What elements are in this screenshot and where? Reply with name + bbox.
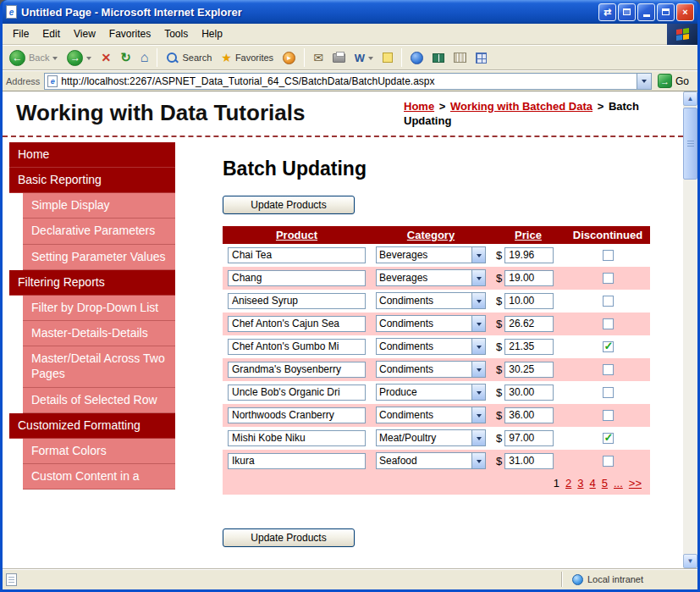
product-input[interactable] — [228, 385, 366, 401]
sidebar-item-filter-by-dropdown-list[interactable]: Filter by Drop-Down List — [23, 296, 175, 321]
column-header-product[interactable]: Product — [223, 229, 371, 241]
price-input[interactable] — [504, 362, 554, 378]
menu-view[interactable]: View — [67, 25, 102, 42]
favorites-button[interactable]: ★ Favorites — [218, 49, 277, 66]
breadcrumb-section-link[interactable]: Working with Batched Data — [450, 100, 593, 113]
pager-page-4[interactable]: 4 — [590, 477, 596, 490]
menu-edit[interactable]: Edit — [36, 25, 67, 42]
update-products-button-bottom[interactable]: Update Products — [223, 528, 355, 547]
tiles-button[interactable] — [472, 51, 490, 65]
breadcrumb-home-link[interactable]: Home — [404, 100, 434, 113]
menu-help[interactable]: Help — [195, 25, 229, 42]
address-input[interactable]: e http://localhost:2267/ASPNET_Data_Tuto… — [44, 73, 652, 90]
scrollbar-thumb[interactable] — [683, 108, 697, 180]
sidebar-item-declarative-parameters[interactable]: Declarative Parameters — [23, 219, 175, 244]
category-dropdown-button[interactable] — [471, 453, 485, 468]
product-input[interactable] — [228, 293, 366, 309]
category-select[interactable]: Condiments — [376, 315, 486, 332]
product-input[interactable] — [228, 362, 366, 378]
media-button[interactable]: ▸ — [279, 50, 299, 66]
product-input[interactable] — [228, 247, 366, 263]
price-input[interactable] — [504, 247, 554, 263]
refresh-button[interactable]: ↻ — [117, 48, 135, 67]
discontinued-checkbox[interactable] — [603, 387, 614, 398]
category-dropdown-button[interactable] — [471, 362, 485, 377]
price-input[interactable] — [504, 293, 554, 309]
category-select[interactable]: Beverages — [376, 269, 486, 286]
category-dropdown-button[interactable] — [471, 339, 485, 354]
sidebar-item-filtering-reports[interactable]: Filtering Reports — [9, 270, 175, 296]
discontinued-checkbox[interactable] — [603, 456, 614, 467]
go-button[interactable]: → Go — [656, 74, 694, 88]
price-input[interactable] — [504, 270, 554, 286]
category-select[interactable]: Condiments — [376, 361, 486, 378]
product-input[interactable] — [228, 407, 366, 423]
minimize-button[interactable] — [637, 3, 655, 21]
search-button[interactable]: Search — [163, 50, 215, 66]
price-input[interactable] — [504, 339, 554, 355]
discuss-button[interactable] — [379, 51, 396, 64]
category-select[interactable]: Meat/Poultry — [376, 429, 486, 446]
category-dropdown-button[interactable] — [471, 247, 485, 263]
product-input[interactable] — [228, 316, 366, 332]
sidebar-item-format-colors[interactable]: Format Colors — [23, 439, 175, 464]
price-input[interactable] — [504, 385, 554, 401]
close-button[interactable]: × — [676, 3, 694, 21]
sidebar-item-simple-display[interactable]: Simple Display — [23, 193, 175, 219]
category-select[interactable]: Condiments — [376, 292, 486, 309]
scroll-down-button[interactable]: ▼ — [683, 554, 697, 568]
sidebar-item-master-detail-across-two-pages[interactable]: Master/Detail Across Two Pages — [23, 346, 175, 387]
messenger-button[interactable] — [407, 50, 427, 66]
category-dropdown-button[interactable] — [471, 407, 485, 423]
sidebar-item-setting-parameter-values[interactable]: Setting Parameter Values — [23, 245, 175, 270]
sidebar-item-customized-formatting[interactable]: Customized Formatting — [9, 413, 175, 439]
category-dropdown-button[interactable] — [471, 430, 485, 445]
category-select[interactable]: Condiments — [376, 407, 486, 423]
sidebar-item-basic-reporting[interactable]: Basic Reporting — [9, 168, 175, 193]
titlebar-arrows-button[interactable]: ⇄ — [598, 3, 616, 21]
discontinued-checkbox[interactable] — [603, 318, 614, 329]
product-input[interactable] — [228, 430, 366, 446]
library-button[interactable] — [450, 51, 470, 64]
price-input[interactable] — [504, 316, 554, 332]
product-input[interactable] — [228, 453, 366, 469]
category-dropdown-button[interactable] — [471, 293, 485, 308]
mail-button[interactable]: ✉ — [310, 49, 327, 66]
scrollbar-track[interactable] — [683, 106, 697, 554]
vertical-scrollbar[interactable]: ▲ ▼ — [683, 91, 697, 568]
maximize-button[interactable] — [657, 3, 675, 21]
price-input[interactable] — [504, 407, 554, 423]
discontinued-checkbox[interactable] — [603, 273, 614, 284]
discontinued-checkbox[interactable] — [603, 341, 614, 352]
stop-button[interactable]: ✕ — [97, 49, 114, 66]
price-input[interactable] — [504, 453, 554, 469]
research-button[interactable] — [429, 52, 448, 64]
address-dropdown-button[interactable] — [637, 74, 651, 89]
category-select[interactable]: Seafood — [376, 452, 486, 469]
print-button[interactable] — [329, 52, 349, 64]
discontinued-checkbox[interactable] — [603, 364, 614, 375]
pager-page-3[interactable]: 3 — [577, 477, 583, 490]
pager-page-5[interactable]: 5 — [602, 477, 608, 490]
menu-file[interactable]: File — [6, 25, 36, 42]
edit-with-word-button[interactable]: W — [351, 50, 377, 66]
scroll-up-button[interactable]: ▲ — [683, 91, 697, 106]
product-input[interactable] — [228, 270, 366, 286]
pager-ellipsis[interactable]: ... — [614, 477, 623, 490]
home-button[interactable]: ⌂ — [137, 48, 152, 67]
pager-page-2[interactable]: 2 — [565, 477, 571, 490]
pager-next[interactable]: >> — [629, 477, 642, 490]
category-select[interactable]: Produce — [376, 384, 486, 401]
column-header-category[interactable]: Category — [371, 229, 491, 241]
sidebar-item-details-of-selected-row[interactable]: Details of Selected Row — [23, 388, 175, 413]
product-input[interactable] — [228, 339, 366, 355]
price-input[interactable] — [504, 430, 554, 446]
menu-favorites[interactable]: Favorites — [102, 25, 157, 42]
forward-button[interactable]: → — [63, 48, 95, 68]
discontinued-checkbox[interactable] — [603, 410, 614, 421]
category-select[interactable]: Condiments — [376, 338, 486, 355]
column-header-price[interactable]: Price — [491, 229, 565, 241]
sidebar-item-master-details-details[interactable]: Master-Details-Details — [23, 321, 175, 346]
discontinued-checkbox[interactable] — [603, 433, 614, 444]
back-button[interactable]: ← Back — [6, 48, 61, 68]
